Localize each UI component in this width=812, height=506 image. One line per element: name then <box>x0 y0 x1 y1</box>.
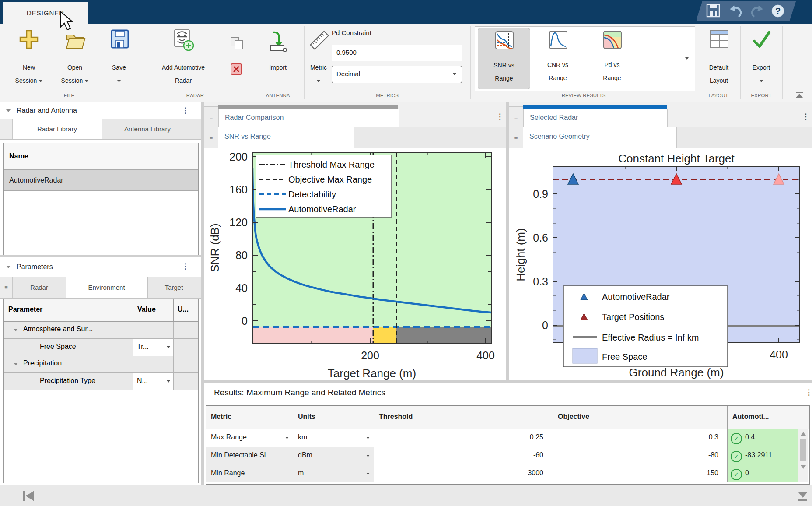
geo-ytick-03: 0.3 <box>533 275 548 288</box>
geo-ytick-0: 0 <box>542 319 548 331</box>
scroll-bottom-icon[interactable] <box>796 489 809 503</box>
tab-radar-params[interactable]: Radar <box>13 277 66 298</box>
format-dropdown[interactable]: Decimal <box>332 66 462 83</box>
copy-radar-icon[interactable] <box>229 36 247 52</box>
right-view-handle[interactable]: ≡ <box>509 127 523 148</box>
scrollbar-up-arrow[interactable] <box>801 432 806 436</box>
pd-vs-range-button[interactable]: Pd vs Range <box>586 28 638 88</box>
legend-objective-max-range: Objective Max Range <box>288 175 372 184</box>
tab-selected-radar[interactable]: Selected Radar <box>523 109 668 127</box>
snr-ytick-120: 120 <box>229 216 248 228</box>
results-scrollbar[interactable] <box>798 429 808 482</box>
scrollbar-down-arrow[interactable] <box>801 465 806 469</box>
geo-legend-target-positions: Target Positions <box>602 312 664 322</box>
quick-access-icons: ? <box>700 1 793 21</box>
metric-ruler-icon <box>309 29 330 52</box>
parameters-tabs-handle[interactable]: ≡ <box>0 277 13 298</box>
cnr-vs-range-button[interactable]: CNR vs Range <box>532 28 584 88</box>
export-button[interactable]: Export <box>743 27 780 92</box>
parameters-panel-title: Parameters <box>17 263 53 271</box>
center-view-handle[interactable]: ≡ <box>204 127 218 148</box>
center-doc-handle[interactable]: ≡ <box>204 106 218 128</box>
export-icon <box>752 30 771 49</box>
tab-snr-vs-range[interactable]: SNR vs Range <box>218 127 354 148</box>
metric-dropdown <box>303 77 334 84</box>
delete-radar-icon[interactable] <box>230 63 243 76</box>
library-tabs-handle[interactable]: ≡ <box>0 119 13 139</box>
import-button[interactable]: Import <box>261 27 294 92</box>
precipitation-collapse-icon[interactable] <box>14 363 18 365</box>
min-detectable-threshold[interactable]: -60 <box>508 451 543 459</box>
min-detectable-value-cell: ✓ -83.2911 <box>728 447 798 465</box>
min-range-value-cell: ✓ 0 <box>728 465 798 482</box>
help-icon[interactable]: ? <box>772 5 784 17</box>
precipitation-type-dropdown[interactable]: N... <box>133 373 174 390</box>
tab-radar-library[interactable]: Radar Library <box>13 119 102 139</box>
open-session-button[interactable]: Open Session <box>56 27 94 92</box>
max-range-threshold[interactable]: 0.25 <box>508 433 543 441</box>
save-button[interactable]: Save <box>105 27 133 92</box>
section-label-radar: RADAR <box>160 93 230 98</box>
collapse-parameters-icon[interactable] <box>6 266 10 268</box>
snr-xtick-200: 200 <box>361 349 379 362</box>
cnr-label-2: Range <box>532 74 584 81</box>
results-header-row: Metric Units Threshold Objective Automot… <box>206 406 809 429</box>
results-panel-menu[interactable]: ⋮ <box>805 388 812 397</box>
parameters-panel: Parameters ⋮ ≡ Radar Environment Target … <box>0 256 201 485</box>
open-session-label-2: Session <box>56 77 94 84</box>
min-detectable-objective[interactable]: -80 <box>683 451 718 459</box>
qat-save-icon[interactable] <box>707 4 719 17</box>
import-label: Import <box>261 64 294 71</box>
collapse-left-icon[interactable] <box>20 490 38 502</box>
parameters-table: Parameter Value U... Atmosphere and Sur.… <box>4 299 199 483</box>
default-layout-button[interactable]: Default Layout <box>699 27 738 92</box>
qat-undo-icon[interactable] <box>730 5 741 17</box>
save-label: Save <box>105 64 133 71</box>
radar-row-automotiveradar[interactable]: AutomotiveRadar <box>4 170 198 191</box>
min-detectable-units-arrow[interactable] <box>366 455 370 457</box>
center-panel-menu[interactable]: ⋮ <box>496 112 504 121</box>
cnr-label-1: CNR vs <box>532 61 584 68</box>
metric-dropdown-arrow <box>317 80 320 82</box>
max-range-dropdown-arrow[interactable] <box>285 437 289 439</box>
snr-xlabel: Target Range (m) <box>328 367 416 380</box>
collapse-panel-icon[interactable] <box>6 109 10 112</box>
atmosphere-collapse-icon[interactable] <box>14 329 18 331</box>
collapse-ribbon-icon[interactable] <box>794 92 804 100</box>
geo-xtick-400: 400 <box>770 348 788 361</box>
free-space-dropdown[interactable]: Tr... <box>133 339 174 356</box>
title-bar <box>0 0 812 24</box>
min-range-objective[interactable]: 150 <box>683 469 718 477</box>
snr-vs-range-button[interactable]: SNR vs Range <box>478 28 530 89</box>
min-range-threshold[interactable]: 3000 <box>508 469 543 477</box>
scrollbar-thumb[interactable] <box>800 439 806 461</box>
parameters-panel-menu[interactable]: ⋮ <box>182 262 189 271</box>
qat-redo-icon[interactable] <box>752 5 763 17</box>
new-session-button[interactable]: New Session <box>11 27 46 92</box>
open-session-icon <box>65 30 86 50</box>
tab-environment[interactable]: Environment <box>66 277 148 298</box>
param-row-atmosphere[interactable]: Atmosphere and Sur... <box>4 322 198 339</box>
legend-automotiveradar: AutomotiveRadar <box>288 204 356 214</box>
tab-antenna-library[interactable]: Antenna Library <box>102 119 193 139</box>
min-range-units-arrow[interactable] <box>366 473 370 475</box>
add-automotive-radar-button[interactable]: Add Automotive Radar <box>151 27 215 92</box>
tab-scenario-geometry[interactable]: Scenario Geometry <box>523 127 677 148</box>
radar-antenna-panel-menu[interactable]: ⋮ <box>182 106 189 115</box>
max-range-units-arrow[interactable] <box>366 437 370 439</box>
snr-label-2: Range <box>478 75 530 82</box>
col-metric: Metric <box>211 413 231 421</box>
svg-text:?: ? <box>775 6 780 16</box>
center-view-tab-row: ≡ SNR vs Range <box>204 127 506 148</box>
right-panel-menu[interactable]: ⋮ <box>802 112 809 121</box>
param-row-precipitation[interactable]: Precipitation <box>4 356 198 373</box>
pd-constraint-field[interactable]: 0.9500 <box>332 45 462 61</box>
right-doc-handle[interactable]: ≡ <box>509 106 523 128</box>
max-range-objective[interactable]: 0.3 <box>683 433 718 441</box>
gallery-dropdown[interactable] <box>681 26 695 91</box>
metric-button[interactable]: Metric <box>303 27 334 92</box>
tab-target[interactable]: Target <box>147 277 200 298</box>
new-session-icon <box>19 30 38 50</box>
radar-antenna-panel-title: Radar and Antenna <box>17 107 77 115</box>
tab-radar-comparison[interactable]: Radar Comparison <box>218 109 399 127</box>
